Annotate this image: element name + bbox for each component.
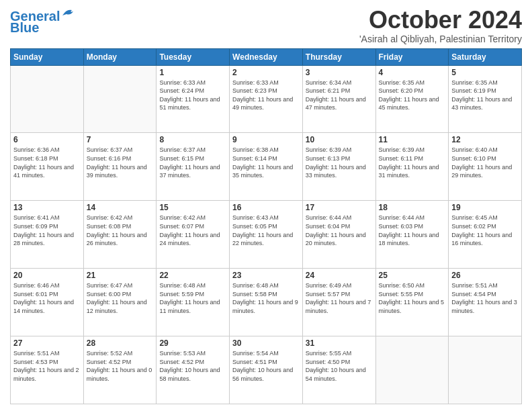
calendar-cell: 23Sunrise: 6:48 AMSunset: 5:58 PMDayligh… — [230, 269, 303, 336]
title-section: October 2024 'Asirah al Qibliyah, Palest… — [359, 7, 522, 44]
calendar-cell: 24Sunrise: 6:49 AMSunset: 5:57 PMDayligh… — [302, 269, 375, 336]
calendar-cell: 25Sunrise: 6:50 AMSunset: 5:55 PMDayligh… — [375, 269, 449, 336]
day-info: Sunrise: 6:45 AMSunset: 6:02 PMDaylight:… — [451, 214, 519, 247]
calendar-cell: 20Sunrise: 6:46 AMSunset: 6:01 PMDayligh… — [11, 269, 84, 336]
calendar-cell: 13Sunrise: 6:41 AMSunset: 6:09 PMDayligh… — [11, 201, 84, 269]
col-tuesday: Tuesday — [157, 48, 230, 65]
day-number: 19 — [451, 203, 519, 212]
calendar-cell: 28Sunrise: 5:52 AMSunset: 4:52 PMDayligh… — [83, 336, 157, 404]
day-number: 7 — [87, 135, 154, 144]
calendar-cell: 11Sunrise: 6:39 AMSunset: 6:11 PMDayligh… — [375, 133, 449, 201]
col-saturday: Saturday — [449, 48, 522, 65]
day-number: 16 — [232, 203, 300, 212]
day-number: 11 — [379, 135, 446, 144]
day-number: 13 — [13, 203, 81, 212]
day-info: Sunrise: 6:48 AMSunset: 5:59 PMDaylight:… — [159, 281, 226, 315]
day-info: Sunrise: 6:48 AMSunset: 5:58 PMDaylight:… — [232, 281, 300, 315]
calendar-cell: 2Sunrise: 6:33 AMSunset: 6:23 PMDaylight… — [230, 65, 303, 133]
calendar-cell: 18Sunrise: 6:44 AMSunset: 6:03 PMDayligh… — [375, 201, 449, 269]
calendar-week-3: 13Sunrise: 6:41 AMSunset: 6:09 PMDayligh… — [11, 201, 522, 269]
day-info: Sunrise: 6:50 AMSunset: 5:55 PMDaylight:… — [379, 281, 446, 315]
day-number: 23 — [232, 271, 300, 280]
calendar-cell: 27Sunrise: 5:51 AMSunset: 4:53 PMDayligh… — [11, 336, 84, 404]
calendar-cell — [375, 336, 449, 404]
day-info: Sunrise: 6:43 AMSunset: 6:05 PMDaylight:… — [232, 214, 300, 247]
calendar-cell: 31Sunrise: 5:55 AMSunset: 4:50 PMDayligh… — [302, 336, 375, 404]
day-number: 21 — [87, 271, 154, 280]
calendar-cell: 17Sunrise: 6:44 AMSunset: 6:04 PMDayligh… — [302, 201, 375, 269]
calendar-cell: 6Sunrise: 6:36 AMSunset: 6:18 PMDaylight… — [11, 133, 84, 201]
day-info: Sunrise: 6:42 AMSunset: 6:07 PMDaylight:… — [159, 214, 226, 247]
day-number: 24 — [306, 271, 373, 280]
col-wednesday: Wednesday — [230, 48, 303, 65]
calendar-cell — [449, 336, 522, 404]
day-info: Sunrise: 6:41 AMSunset: 6:09 PMDaylight:… — [13, 214, 81, 247]
calendar-cell: 15Sunrise: 6:42 AMSunset: 6:07 PMDayligh… — [157, 201, 230, 269]
calendar-cell: 29Sunrise: 5:53 AMSunset: 4:52 PMDayligh… — [157, 336, 230, 404]
day-info: Sunrise: 5:55 AMSunset: 4:50 PMDaylight:… — [306, 349, 373, 383]
day-number: 6 — [13, 135, 81, 144]
day-number: 20 — [13, 271, 81, 280]
day-info: Sunrise: 6:35 AMSunset: 6:19 PMDaylight:… — [451, 79, 519, 112]
calendar-body: 1Sunrise: 6:33 AMSunset: 6:24 PMDaylight… — [11, 65, 522, 404]
calendar-cell: 5Sunrise: 6:35 AMSunset: 6:19 PMDaylight… — [449, 65, 522, 133]
day-info: Sunrise: 6:33 AMSunset: 6:23 PMDaylight:… — [232, 79, 300, 112]
day-info: Sunrise: 6:35 AMSunset: 6:20 PMDaylight:… — [379, 79, 446, 112]
day-info: Sunrise: 6:40 AMSunset: 6:10 PMDaylight:… — [451, 146, 519, 179]
day-info: Sunrise: 5:53 AMSunset: 4:52 PMDaylight:… — [159, 349, 226, 383]
month-title: October 2024 — [359, 7, 522, 34]
calendar-cell: 30Sunrise: 5:54 AMSunset: 4:51 PMDayligh… — [230, 336, 303, 404]
calendar-cell: 14Sunrise: 6:42 AMSunset: 6:08 PMDayligh… — [83, 201, 157, 269]
calendar-table: Sunday Monday Tuesday Wednesday Thursday… — [10, 48, 522, 404]
day-info: Sunrise: 6:47 AMSunset: 6:00 PMDaylight:… — [87, 281, 154, 315]
day-number: 17 — [306, 203, 373, 212]
page: General Blue October 2024 'Asirah al Qib… — [0, 0, 532, 411]
header: General Blue October 2024 'Asirah al Qib… — [10, 7, 522, 44]
day-info: Sunrise: 5:51 AMSunset: 4:53 PMDaylight:… — [13, 349, 81, 383]
day-number: 18 — [379, 203, 446, 212]
calendar-cell — [11, 65, 84, 133]
day-info: Sunrise: 6:37 AMSunset: 6:15 PMDaylight:… — [159, 146, 226, 179]
day-info: Sunrise: 6:49 AMSunset: 5:57 PMDaylight:… — [306, 281, 373, 315]
col-thursday: Thursday — [302, 48, 375, 65]
day-info: Sunrise: 6:36 AMSunset: 6:18 PMDaylight:… — [13, 146, 81, 179]
logo-blue: Blue — [10, 20, 39, 36]
day-info: Sunrise: 6:33 AMSunset: 6:24 PMDaylight:… — [159, 79, 226, 112]
day-info: Sunrise: 6:34 AMSunset: 6:21 PMDaylight:… — [306, 79, 373, 112]
day-number: 8 — [159, 135, 226, 144]
day-number: 4 — [379, 68, 446, 77]
day-number: 3 — [306, 68, 373, 77]
day-info: Sunrise: 6:42 AMSunset: 6:08 PMDaylight:… — [87, 214, 154, 247]
col-friday: Friday — [375, 48, 449, 65]
logo-bird-icon — [61, 7, 76, 18]
day-number: 12 — [451, 135, 519, 144]
location-title: 'Asirah al Qibliyah, Palestinian Territo… — [359, 34, 522, 44]
calendar-cell: 26Sunrise: 5:51 AMSunset: 4:54 PMDayligh… — [449, 269, 522, 336]
day-info: Sunrise: 5:52 AMSunset: 4:52 PMDaylight:… — [87, 349, 154, 383]
day-number: 1 — [159, 68, 226, 77]
calendar-header-row: Sunday Monday Tuesday Wednesday Thursday… — [11, 48, 522, 65]
day-number: 26 — [451, 271, 519, 280]
day-number: 14 — [87, 203, 154, 212]
calendar-cell: 19Sunrise: 6:45 AMSunset: 6:02 PMDayligh… — [449, 201, 522, 269]
calendar-cell: 3Sunrise: 6:34 AMSunset: 6:21 PMDaylight… — [302, 65, 375, 133]
day-info: Sunrise: 6:39 AMSunset: 6:11 PMDaylight:… — [379, 146, 446, 179]
calendar-week-4: 20Sunrise: 6:46 AMSunset: 6:01 PMDayligh… — [11, 269, 522, 336]
calendar-cell: 9Sunrise: 6:38 AMSunset: 6:14 PMDaylight… — [230, 133, 303, 201]
day-number: 15 — [159, 203, 226, 212]
calendar-cell: 12Sunrise: 6:40 AMSunset: 6:10 PMDayligh… — [449, 133, 522, 201]
calendar-week-1: 1Sunrise: 6:33 AMSunset: 6:24 PMDaylight… — [11, 65, 522, 133]
calendar-cell: 1Sunrise: 6:33 AMSunset: 6:24 PMDaylight… — [157, 65, 230, 133]
col-sunday: Sunday — [11, 48, 84, 65]
day-number: 29 — [159, 338, 226, 348]
calendar-cell: 7Sunrise: 6:37 AMSunset: 6:16 PMDaylight… — [83, 133, 157, 201]
day-number: 10 — [306, 135, 373, 144]
calendar-cell: 22Sunrise: 6:48 AMSunset: 5:59 PMDayligh… — [157, 269, 230, 336]
day-number: 9 — [232, 135, 300, 144]
day-info: Sunrise: 6:39 AMSunset: 6:13 PMDaylight:… — [306, 146, 373, 179]
day-info: Sunrise: 6:37 AMSunset: 6:16 PMDaylight:… — [87, 146, 154, 179]
logo: General Blue — [10, 9, 76, 36]
day-number: 25 — [379, 271, 446, 280]
day-info: Sunrise: 6:44 AMSunset: 6:04 PMDaylight:… — [306, 214, 373, 247]
calendar-week-2: 6Sunrise: 6:36 AMSunset: 6:18 PMDaylight… — [11, 133, 522, 201]
